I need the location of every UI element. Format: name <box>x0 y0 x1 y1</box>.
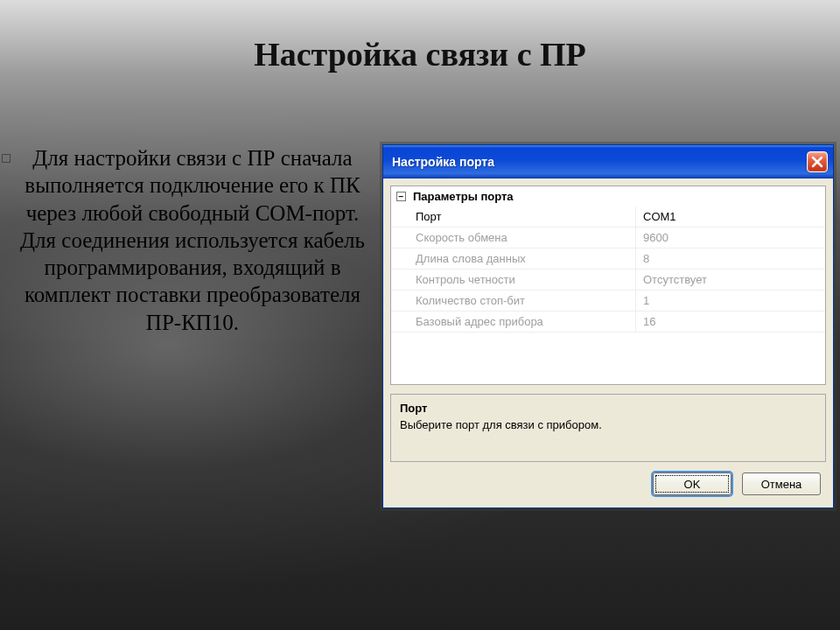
property-value[interactable]: COM1 <box>636 206 825 228</box>
property-value: Отсутствует <box>636 270 825 290</box>
property-grid: − Параметры порта Порт COM1 Скорость обм… <box>390 186 826 385</box>
property-name: Количество стоп-бит <box>391 290 636 312</box>
collapse-toggle-icon[interactable]: − <box>396 192 406 201</box>
property-row-stopbits: Количество стоп-бит 1 <box>391 290 825 312</box>
property-name: Базовый адрес прибора <box>391 312 636 332</box>
property-row-baseaddr: Базовый адрес прибора 16 <box>391 312 825 332</box>
port-settings-dialog: Настройка порта − Параметры порта Порт C… <box>382 144 834 508</box>
property-row-wordlen: Длина слова данных 8 <box>391 248 825 270</box>
property-row-parity: Контроль четности Отсутствует <box>391 270 825 290</box>
property-group-label: Параметры порта <box>413 190 514 203</box>
property-value: 9600 <box>636 228 825 248</box>
property-name: Длина слова данных <box>391 248 636 270</box>
slide-body-text: Для настройки связи с ПР сначала выполня… <box>9 144 376 336</box>
property-value: 16 <box>636 312 825 332</box>
property-row-port[interactable]: Порт COM1 <box>391 206 825 228</box>
property-row-baud: Скорость обмена 9600 <box>391 228 825 248</box>
ok-button[interactable]: OK <box>653 472 732 495</box>
dialog-title: Настройка порта <box>392 155 494 169</box>
property-group-header[interactable]: − Параметры порта <box>391 186 825 206</box>
dialog-client-area: − Параметры порта Порт COM1 Скорость обм… <box>383 178 833 508</box>
property-value: 1 <box>636 290 825 312</box>
hint-text: Выберите порт для связи с прибором. <box>400 418 816 431</box>
hint-title: Порт <box>400 402 816 415</box>
property-name: Контроль четности <box>391 270 636 290</box>
close-button[interactable] <box>807 151 828 172</box>
titlebar[interactable]: Настройка порта <box>383 145 833 178</box>
property-name: Порт <box>391 206 636 228</box>
property-value: 8 <box>636 248 825 270</box>
hint-panel: Порт Выберите порт для связи с прибором. <box>390 394 826 462</box>
slide-title: Настройка связи с ПР <box>0 35 840 74</box>
close-icon <box>811 156 823 168</box>
dialog-button-row: OK Отмена <box>390 462 826 500</box>
property-name: Скорость обмена <box>391 228 636 248</box>
cancel-button[interactable]: Отмена <box>742 472 821 495</box>
